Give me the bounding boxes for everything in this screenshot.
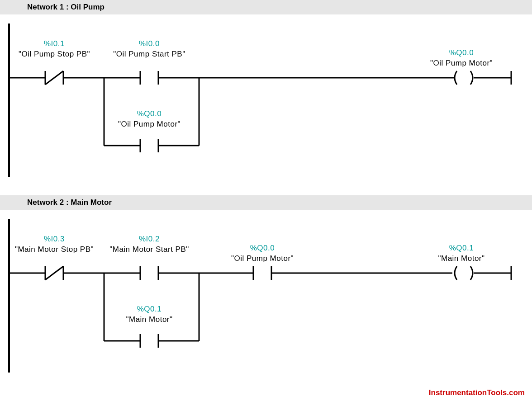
no-contact-icon-cond xyxy=(253,266,271,280)
network1-diagram: %I0.1 "Oil Pump Stop PB" %I0.0 "Oil Pump… xyxy=(0,14,532,195)
nc-contact-icon xyxy=(45,266,63,280)
svg-line-4 xyxy=(45,71,63,85)
network1-svg xyxy=(0,14,532,195)
network2-svg xyxy=(0,210,532,391)
coil-icon xyxy=(455,266,473,280)
nc-contact-icon xyxy=(45,71,63,85)
network2-diagram: %I0.3 "Main Motor Stop PB" %I0.2 "Main M… xyxy=(0,210,532,391)
no-contact-icon xyxy=(140,266,158,280)
network1-header: Network 1 : Oil Pump xyxy=(0,0,532,14)
network2-header: Network 2 : Main Motor xyxy=(0,195,532,210)
coil-icon xyxy=(455,71,473,85)
watermark: InstrumentationTools.com xyxy=(429,388,525,397)
svg-line-24 xyxy=(45,266,63,280)
no-contact-icon-latch xyxy=(140,139,158,152)
no-contact-icon xyxy=(140,71,158,85)
network1-title: Network 1 : Oil Pump xyxy=(27,3,104,11)
network2-title: Network 2 : Main Motor xyxy=(27,198,112,207)
no-contact-icon-latch xyxy=(140,334,158,348)
